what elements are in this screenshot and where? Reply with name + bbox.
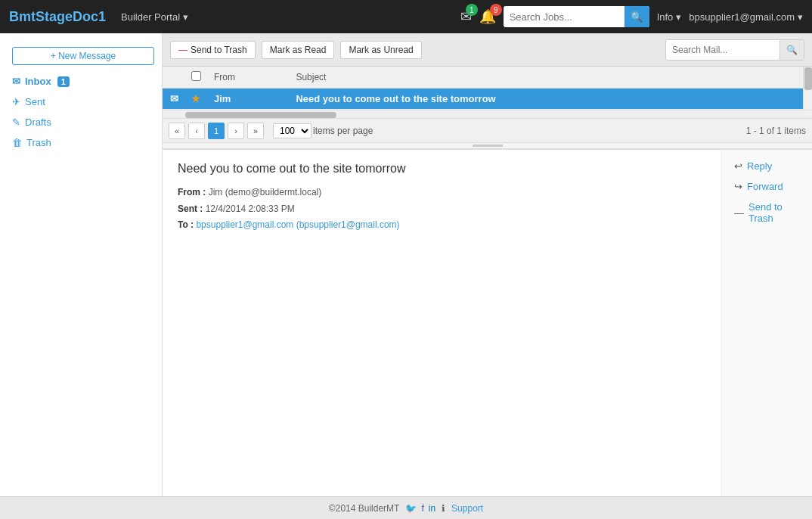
first-page-button[interactable]: « [169, 123, 185, 139]
footer: ©2014 BuilderMT 🐦 f in ℹ Support [0, 496, 812, 519]
vertical-scrollbar[interactable] [803, 67, 812, 110]
mail-count-badge: 1 [466, 4, 478, 16]
from-value: Jim (demo@buildermt.local) [209, 187, 322, 197]
user-label: bpsupplier1@gmail.com [689, 11, 795, 23]
forward-icon: ↪ [734, 181, 742, 192]
info-menu[interactable]: Info ▾ [657, 11, 682, 23]
next-page-button[interactable]: › [228, 123, 244, 139]
footer-social-icons: 🐦 f in [405, 503, 435, 514]
sent-value: 12/4/2014 2:08:33 PM [206, 204, 295, 214]
mark-as-unread-button[interactable]: Mark as Unread [340, 41, 421, 59]
sent-label: Sent : [178, 204, 206, 214]
to-label: To : [178, 219, 196, 230]
sidebar-item-trash[interactable]: 🗑 Trash [0, 132, 162, 153]
mail-list-table: From Subject ✉ ★ Jim Need you to come ou… [163, 67, 812, 110]
message-actions: ↩ Reply ↪ Forward — Send to Trash [721, 150, 812, 496]
facebook-icon[interactable]: f [421, 503, 423, 514]
meta-to: To : bpsupplier1@gmail.com (bpsupplier1@… [178, 217, 706, 234]
sidebar-sent-label: Sent [25, 96, 45, 107]
col-checkbox [185, 67, 208, 89]
new-message-button[interactable]: + New Message [12, 47, 154, 65]
top-nav: BmtStageDoc1 Builder Portal ▾ ✉ 1 🔔 9 🔍 … [0, 0, 812, 33]
sidebar-drafts-label: Drafts [25, 117, 51, 128]
reply-icon: ↩ [734, 160, 742, 172]
pagination-bar: « ‹ 1 › » 100 50 25 items per page 1 - 1… [163, 119, 812, 143]
portal-label: Builder Portal [121, 11, 180, 23]
copyright: ©2014 BuilderMT [329, 503, 400, 514]
trash-btn-icon: — [178, 45, 188, 55]
support-icon: ℹ [442, 503, 445, 514]
sidebar-item-drafts[interactable]: ✎ Drafts [0, 112, 162, 132]
new-message-label: + New Message [51, 51, 116, 61]
send-to-trash-button[interactable]: — Send to Trash [170, 41, 256, 59]
reply-button[interactable]: ↩ Reply [734, 159, 800, 173]
select-all-checkbox[interactable] [191, 71, 201, 81]
per-page-dropdown[interactable]: 100 50 25 [273, 123, 311, 138]
global-search-input[interactable] [504, 8, 624, 26]
resize-handle[interactable] [473, 145, 503, 147]
app-brand[interactable]: BmtStageDoc1 [9, 9, 106, 25]
forward-label: Forward [747, 181, 783, 192]
user-menu[interactable]: bpsupplier1@gmail.com ▾ [689, 11, 803, 23]
main-layout: + New Message ✉ Inbox 1 ✈ Sent ✎ Drafts … [0, 33, 812, 496]
meta-from: From : Jim (demo@buildermt.local) [178, 185, 706, 201]
bell-icon-badge[interactable]: 🔔 9 [479, 8, 496, 25]
col-subject-header: Subject [290, 67, 812, 89]
linkedin-icon[interactable]: in [429, 503, 435, 514]
support-link[interactable]: Support [451, 503, 483, 514]
info-label: Info [657, 11, 674, 23]
last-page-button[interactable]: » [247, 123, 264, 139]
horizontal-scrollbar[interactable] [163, 110, 812, 119]
sent-icon: ✈ [12, 96, 20, 107]
mail-icon-badge[interactable]: ✉ 1 [460, 8, 472, 25]
mail-search: 🔍 [665, 39, 804, 61]
trash-icon: 🗑 [12, 137, 22, 148]
page-info: 1 - 1 of 1 items [746, 126, 806, 136]
sidebar: + New Message ✉ Inbox 1 ✈ Sent ✎ Drafts … [0, 33, 163, 496]
content-area: — Send to Trash Mark as Read Mark as Unr… [163, 33, 812, 496]
preview-trash-icon: — [734, 207, 744, 219]
reply-label: Reply [747, 160, 772, 172]
vertical-scroll-thumb [804, 67, 812, 90]
to-value[interactable]: bpsupplier1@gmail.com (bpsupplier1@gmail… [196, 219, 399, 230]
mail-search-button[interactable]: 🔍 [779, 40, 804, 60]
col-from-header: From [208, 67, 290, 89]
message-meta: From : Jim (demo@buildermt.local) Sent :… [178, 185, 706, 234]
portal-menu[interactable]: Builder Portal ▾ [121, 11, 188, 23]
mark-as-read-button[interactable]: Mark as Read [262, 41, 335, 59]
nav-icons: ✉ 1 🔔 9 🔍 Info ▾ bpsupplier1@gmail.com ▾ [460, 6, 803, 27]
message-preview: Need you to come out to the site tomorro… [163, 148, 812, 496]
row-checkbox-cell: ★ [185, 89, 208, 110]
items-per-page-label: items per page [313, 126, 373, 136]
current-page-button[interactable]: 1 [208, 123, 225, 139]
global-search-button[interactable]: 🔍 [624, 6, 649, 27]
sidebar-item-inbox[interactable]: ✉ Inbox 1 [0, 71, 162, 92]
from-label: From : [178, 187, 209, 197]
sidebar-inbox-label: Inbox [25, 76, 51, 87]
row-from: Jim [208, 89, 290, 110]
user-caret: ▾ [798, 11, 803, 23]
bell-count-badge: 9 [490, 4, 502, 16]
mark-unread-label: Mark as Unread [349, 45, 413, 55]
sidebar-item-sent[interactable]: ✈ Sent [0, 92, 162, 112]
prev-page-button[interactable]: ‹ [188, 123, 205, 139]
drafts-icon: ✎ [12, 117, 20, 128]
send-to-trash-label: Send to Trash [191, 45, 247, 55]
mail-toolbar: — Send to Trash Mark as Read Mark as Unr… [163, 33, 812, 67]
forward-button[interactable]: ↪ Forward [734, 179, 800, 194]
preview-send-to-trash-button[interactable]: — Send to Trash [734, 200, 800, 225]
global-search: 🔍 [504, 6, 649, 27]
table-row[interactable]: ✉ ★ Jim Need you to come out to the site… [163, 89, 812, 110]
inbox-icon: ✉ [12, 76, 20, 87]
mark-read-label: Mark as Read [270, 45, 327, 55]
meta-sent: Sent : 12/4/2014 2:08:33 PM [178, 201, 706, 218]
row-star-icon[interactable]: ★ [191, 93, 200, 104]
sidebar-trash-label: Trash [26, 137, 51, 148]
inbox-badge: 1 [57, 76, 70, 87]
mail-search-input[interactable] [666, 42, 779, 58]
row-subject: Need you to come out to the site tomorro… [290, 89, 812, 110]
horizontal-scroll-thumb [185, 112, 336, 118]
col-icon [163, 67, 185, 89]
per-page-select: 100 50 25 items per page [273, 123, 373, 138]
twitter-icon[interactable]: 🐦 [405, 503, 417, 514]
